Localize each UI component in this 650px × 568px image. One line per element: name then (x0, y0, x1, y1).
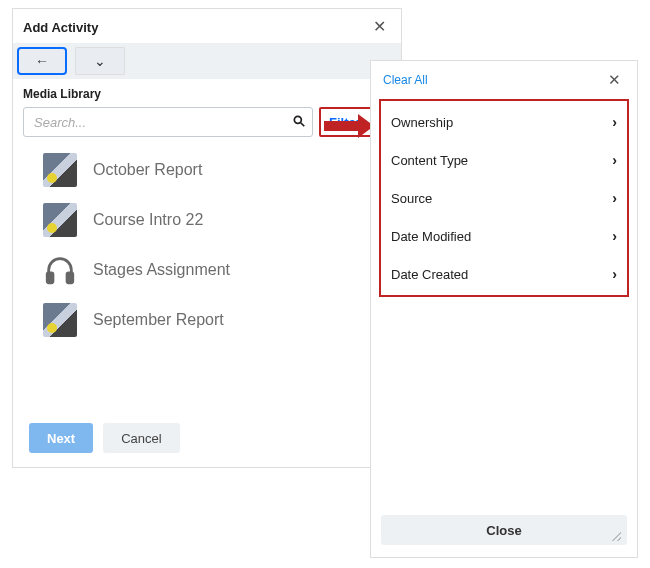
media-title: Course Intro 22 (93, 211, 203, 229)
list-item[interactable]: October Report (43, 145, 391, 195)
media-thumbnail-icon (43, 303, 77, 337)
dialog-title: Add Activity (23, 20, 98, 35)
cancel-button[interactable]: Cancel (103, 423, 179, 453)
filter-row-ownership[interactable]: Ownership › (385, 103, 623, 141)
filter-label: Ownership (391, 115, 453, 130)
list-item[interactable]: September Report (43, 295, 391, 345)
resize-grip-icon[interactable] (609, 529, 621, 541)
close-icon[interactable]: ✕ (603, 71, 625, 89)
back-button[interactable]: ← (17, 47, 67, 75)
filter-label: Source (391, 191, 432, 206)
chevron-right-icon: › (612, 228, 617, 244)
media-title: September Report (93, 311, 224, 329)
filter-row-date-modified[interactable]: Date Modified › (385, 217, 623, 255)
filter-row-content-type[interactable]: Content Type › (385, 141, 623, 179)
filter-row-date-created[interactable]: Date Created › (385, 255, 623, 293)
add-activity-dialog: Add Activity ✕ ← ⌄ Media Library Filters… (12, 8, 402, 468)
chevron-right-icon: › (612, 152, 617, 168)
headphones-icon (43, 253, 77, 287)
media-thumbnail-icon (43, 153, 77, 187)
close-button[interactable]: Close (381, 515, 627, 545)
filter-label: Date Created (391, 267, 468, 282)
dialog-header: Add Activity ✕ (13, 9, 401, 43)
toolbar-dropdown[interactable]: ⌄ (75, 47, 125, 75)
search-icon[interactable] (292, 114, 306, 131)
filters-categories: Ownership › Content Type › Source › Date… (379, 99, 629, 297)
list-item[interactable]: Stages Assignment (43, 245, 391, 295)
svg-line-1 (301, 122, 305, 126)
arrow-right-icon (324, 111, 374, 139)
close-button-label: Close (486, 523, 521, 538)
dialog-toolbar: ← ⌄ (13, 43, 401, 79)
list-item[interactable]: Course Intro 22 (43, 195, 391, 245)
arrow-left-icon: ← (35, 53, 49, 69)
filter-row-source[interactable]: Source › (385, 179, 623, 217)
chevron-right-icon: › (612, 266, 617, 282)
filters-header: Clear All ✕ (371, 61, 637, 99)
media-title: Stages Assignment (93, 261, 230, 279)
chevron-right-icon: › (612, 114, 617, 130)
svg-rect-3 (67, 273, 73, 283)
section-label: Media Library (13, 79, 401, 107)
chevron-right-icon: › (612, 190, 617, 206)
dialog-footer: Next Cancel (13, 413, 401, 467)
search-input[interactable] (34, 115, 292, 130)
clear-all-button[interactable]: Clear All (383, 73, 428, 87)
next-button[interactable]: Next (29, 423, 93, 453)
svg-rect-2 (47, 273, 53, 283)
close-icon[interactable]: ✕ (367, 15, 391, 39)
filter-label: Date Modified (391, 229, 471, 244)
filters-panel: Clear All ✕ Ownership › Content Type › S… (370, 60, 638, 558)
search-box[interactable] (23, 107, 313, 137)
filter-label: Content Type (391, 153, 468, 168)
svg-point-0 (294, 116, 301, 123)
media-list: October Report Course Intro 22 Stages As… (13, 145, 401, 413)
chevron-down-icon: ⌄ (94, 53, 106, 69)
filters-footer: Close (371, 507, 637, 557)
media-thumbnail-icon (43, 203, 77, 237)
media-title: October Report (93, 161, 202, 179)
